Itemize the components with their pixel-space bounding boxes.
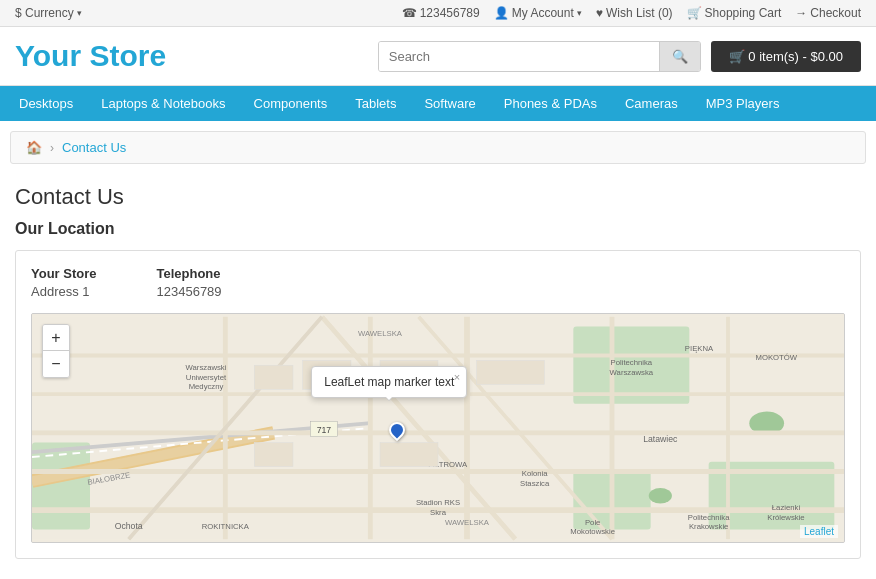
svg-text:WAWELSKA: WAWELSKA: [445, 518, 490, 527]
breadcrumb: 🏠 › Contact Us: [10, 131, 866, 164]
leaflet-attribution: Leaflet: [800, 525, 838, 538]
svg-point-6: [649, 488, 672, 503]
top-bar-left: $ Currency ▾: [15, 6, 82, 20]
search-icon: 🔍: [672, 49, 688, 64]
currency-dropdown[interactable]: $ Currency ▾: [15, 6, 82, 20]
map-pin-head: [386, 419, 409, 442]
user-icon: 👤: [494, 6, 509, 20]
svg-text:Mokotowskie: Mokotowskie: [570, 527, 615, 536]
svg-text:717: 717: [317, 425, 332, 435]
svg-text:PIĘKNA: PIĘKNA: [685, 344, 714, 353]
svg-text:WAWELSKA: WAWELSKA: [358, 329, 403, 338]
svg-text:Warszawska: Warszawska: [610, 368, 654, 377]
page-title: Contact Us: [15, 184, 861, 210]
top-bar: $ Currency ▾ ☎ 123456789 👤 My Account ▾ …: [0, 0, 876, 27]
store-name-link[interactable]: Your Store: [15, 39, 166, 73]
zoom-controls: + −: [42, 324, 70, 378]
svg-text:Skra: Skra: [430, 508, 447, 517]
currency-caret: ▾: [77, 8, 82, 18]
map-pin: [389, 422, 405, 438]
svg-text:Kolonia: Kolonia: [522, 469, 548, 478]
svg-text:Królewskie: Królewskie: [767, 513, 804, 522]
breadcrumb-home-link[interactable]: 🏠: [26, 140, 42, 155]
heart-icon: ♥: [596, 6, 603, 20]
map-background: 717 SZCZĘŚLIWICKA BIAŁOBRZE FILTROWA Kol…: [32, 314, 844, 542]
svg-text:Politechnika: Politechnika: [611, 358, 653, 367]
shopping-cart-link[interactable]: 🛒 Shopping Cart: [687, 6, 782, 20]
nav-item-cameras[interactable]: Cameras: [611, 86, 692, 121]
currency-label: $ Currency: [15, 6, 74, 20]
svg-text:Uniwersytet: Uniwersytet: [186, 373, 227, 382]
search-input[interactable]: [379, 42, 659, 71]
nav-bar: Desktops Laptops & Notebooks Components …: [0, 86, 876, 121]
svg-text:Warszawski: Warszawski: [186, 363, 227, 372]
nav-item-components[interactable]: Components: [240, 86, 342, 121]
store-name-label: Your Store: [31, 266, 97, 281]
svg-rect-56: [380, 443, 438, 467]
phone-icon: ☎: [402, 6, 417, 20]
account-caret: ▾: [577, 8, 582, 18]
svg-text:Politechnika: Politechnika: [688, 513, 730, 522]
nav-item-mp3[interactable]: MP3 Players: [692, 86, 794, 121]
search-form: 🔍: [378, 41, 701, 72]
nav-item-desktops[interactable]: Desktops: [5, 86, 87, 121]
search-button[interactable]: 🔍: [659, 42, 700, 71]
svg-rect-55: [254, 443, 293, 467]
svg-rect-51: [254, 365, 293, 389]
svg-text:Ochota: Ochota: [115, 522, 143, 532]
leaflet-link[interactable]: Leaflet: [804, 526, 834, 537]
breadcrumb-separator: ›: [50, 141, 54, 155]
store-address: Address 1: [31, 284, 97, 299]
nav-item-phones[interactable]: Phones & PDAs: [490, 86, 611, 121]
wishlist-link[interactable]: ♥ Wish List (0): [596, 6, 673, 20]
location-card: Your Store Address 1 Telephone 123456789: [15, 250, 861, 559]
nav-item-laptops[interactable]: Laptops & Notebooks: [87, 86, 239, 121]
my-account-link[interactable]: 👤 My Account ▾: [494, 6, 582, 20]
svg-text:Łazienki: Łazienki: [772, 503, 801, 512]
breadcrumb-current[interactable]: Contact Us: [62, 140, 126, 155]
zoom-out-button[interactable]: −: [43, 351, 69, 377]
svg-text:Pole: Pole: [585, 518, 600, 527]
map-popup: × LeafLet map marker text: [311, 366, 467, 398]
cart-button[interactable]: 🛒 0 item(s) - $0.00: [711, 41, 861, 72]
svg-text:Staszica: Staszica: [520, 479, 550, 488]
cart-icon: 🛒: [687, 6, 702, 20]
nav-item-software[interactable]: Software: [410, 86, 489, 121]
location-info: Your Store Address 1 Telephone 123456789: [31, 266, 845, 299]
top-bar-right: ☎ 123456789 👤 My Account ▾ ♥ Wish List (…: [402, 6, 861, 20]
telephone-value: 123456789: [157, 284, 222, 299]
map-container[interactable]: 717 SZCZĘŚLIWICKA BIAŁOBRZE FILTROWA Kol…: [31, 313, 845, 543]
zoom-in-button[interactable]: +: [43, 325, 69, 351]
location-col-phone: Telephone 123456789: [157, 266, 222, 299]
svg-text:MOKOTÓW: MOKOTÓW: [756, 353, 798, 362]
telephone-label: Telephone: [157, 266, 222, 281]
header: Your Store 🔍 🛒 0 item(s) - $0.00: [0, 27, 876, 86]
main-content: Contact Us Our Location Your Store Addre…: [0, 174, 876, 579]
checkout-link[interactable]: → Checkout: [795, 6, 861, 20]
arrow-icon: →: [795, 6, 807, 20]
svg-text:Stadion RKS: Stadion RKS: [416, 498, 460, 507]
nav-item-tablets[interactable]: Tablets: [341, 86, 410, 121]
header-right: 🔍 🛒 0 item(s) - $0.00: [378, 41, 861, 72]
section-title: Our Location: [15, 220, 861, 238]
location-col-store: Your Store Address 1: [31, 266, 97, 299]
svg-text:Medyczny: Medyczny: [189, 382, 224, 391]
svg-text:Latawiec: Latawiec: [643, 435, 678, 445]
map-popup-close[interactable]: ×: [454, 371, 460, 383]
map-popup-text: LeafLet map marker text: [324, 375, 454, 389]
svg-rect-54: [477, 360, 545, 384]
svg-text:Krakowskie: Krakowskie: [689, 523, 728, 532]
phone-number: ☎ 123456789: [402, 6, 480, 20]
svg-text:ROKITNICKA: ROKITNICKA: [202, 523, 250, 532]
map-svg: 717 SZCZĘŚLIWICKA BIAŁOBRZE FILTROWA Kol…: [32, 314, 844, 542]
